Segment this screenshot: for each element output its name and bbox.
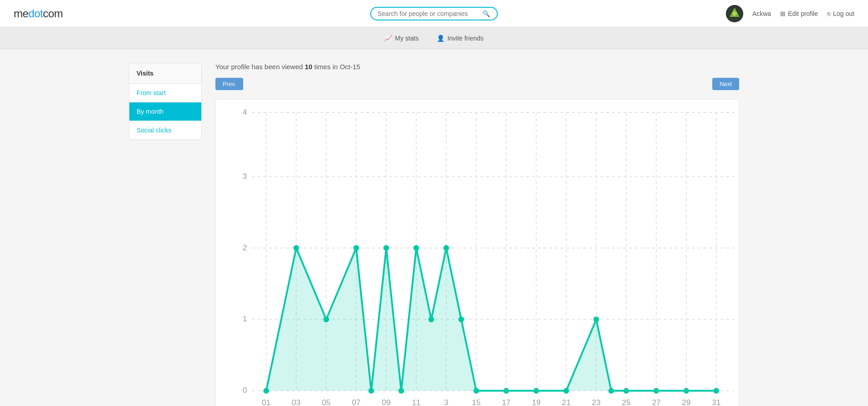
svg-text:3: 3 [444, 398, 449, 406]
username: Ackwa [752, 10, 771, 17]
log-out-label: Log out [833, 10, 854, 17]
header-right: Ackwa ⊞ Edit profile ⎋ Log out [726, 5, 854, 22]
svg-text:09: 09 [382, 398, 391, 406]
data-point [323, 316, 329, 322]
svg-text:15: 15 [472, 398, 480, 406]
search-input[interactable] [378, 10, 482, 17]
sidebar-section: Visits From start By month Social clicks [129, 63, 202, 140]
svg-text:3: 3 [243, 172, 247, 181]
data-point [654, 388, 659, 394]
chart-nav-row: Prev. Next [215, 78, 739, 90]
next-button[interactable]: Next [712, 78, 739, 90]
data-point [353, 245, 359, 251]
data-point [473, 388, 479, 394]
profile-viewed-suffix: times in Oct-15 [312, 63, 360, 71]
log-out-link[interactable]: ⎋ Log out [827, 10, 854, 17]
svg-text:2: 2 [243, 243, 247, 252]
profile-viewed-count: 10 [305, 63, 312, 71]
subnav: 📈 My stats 👤 Invite friends [0, 27, 868, 49]
svg-text:23: 23 [592, 398, 601, 406]
subnav-invite-label: Invite friends [447, 35, 483, 42]
sidebar: Visits From start By month Social clicks [129, 63, 202, 406]
person-icon: 👤 [437, 35, 444, 42]
svg-text:07: 07 [352, 398, 361, 406]
logo-dot: dot [28, 7, 43, 20]
subnav-item-invite-friends[interactable]: 👤 Invite friends [429, 31, 491, 46]
search-container: 🔍 [370, 7, 498, 20]
search-box: 🔍 [370, 7, 498, 20]
svg-text:29: 29 [682, 398, 690, 406]
visits-chart: 0 1 2 3 4 [234, 109, 734, 406]
profile-views-info: Your profile has been viewed 10 times in… [215, 63, 739, 71]
edit-profile-icon: ⊞ [780, 10, 786, 17]
svg-text:03: 03 [292, 398, 301, 406]
main-content: Visits From start By month Social clicks… [115, 49, 753, 406]
data-point [263, 388, 269, 394]
data-point [383, 245, 389, 251]
data-point [533, 388, 539, 394]
edit-profile-link[interactable]: ⊞ Edit profile [780, 10, 818, 17]
data-point [444, 245, 449, 251]
logo-com: com [43, 7, 63, 20]
sidebar-item-by-month[interactable]: By month [129, 102, 201, 121]
data-point [459, 316, 465, 322]
logo-me: me [14, 7, 28, 20]
svg-text:01: 01 [262, 398, 271, 406]
log-out-icon: ⎋ [827, 10, 831, 17]
svg-text:27: 27 [652, 398, 660, 406]
logo: medotcom [14, 7, 63, 20]
svg-text:21: 21 [562, 398, 571, 406]
svg-text:25: 25 [622, 398, 631, 406]
data-point [563, 388, 569, 394]
data-point [593, 316, 599, 322]
data-point [623, 388, 629, 394]
sidebar-item-social-clicks[interactable]: Social clicks [129, 121, 201, 140]
subnav-item-my-stats[interactable]: 📈 My stats [376, 31, 427, 46]
data-point [684, 388, 689, 394]
prev-button[interactable]: Prev. [215, 78, 243, 90]
svg-text:17: 17 [502, 398, 511, 406]
chart-container: 0 1 2 3 4 [215, 99, 739, 406]
data-point [368, 388, 374, 394]
subnav-my-stats-label: My stats [395, 35, 419, 42]
svg-text:19: 19 [532, 398, 541, 406]
svg-text:1: 1 [243, 314, 247, 323]
data-point [608, 388, 614, 394]
svg-text:05: 05 [322, 398, 331, 406]
svg-text:0: 0 [243, 386, 247, 395]
data-point [293, 245, 299, 251]
avatar [726, 5, 743, 22]
data-point [398, 388, 404, 394]
data-point [414, 245, 419, 251]
header: medotcom 🔍 Ackwa ⊞ Edit profile ⎋ Log ou… [0, 0, 868, 27]
svg-point-3 [732, 11, 737, 16]
sidebar-section-title: Visits [129, 63, 201, 84]
profile-viewed-prefix: Your profile has been viewed [215, 63, 305, 71]
chart-icon: 📈 [384, 35, 392, 42]
svg-text:4: 4 [243, 107, 247, 117]
content-area: Your profile has been viewed 10 times in… [215, 63, 739, 406]
sidebar-item-from-start[interactable]: From start [129, 84, 201, 102]
data-point [429, 316, 434, 322]
svg-text:11: 11 [412, 398, 420, 406]
search-icon[interactable]: 🔍 [482, 10, 490, 17]
data-point [714, 388, 720, 394]
data-point [503, 388, 509, 394]
avatar-image [726, 5, 743, 22]
svg-text:31: 31 [712, 398, 720, 406]
edit-profile-label: Edit profile [788, 10, 818, 17]
